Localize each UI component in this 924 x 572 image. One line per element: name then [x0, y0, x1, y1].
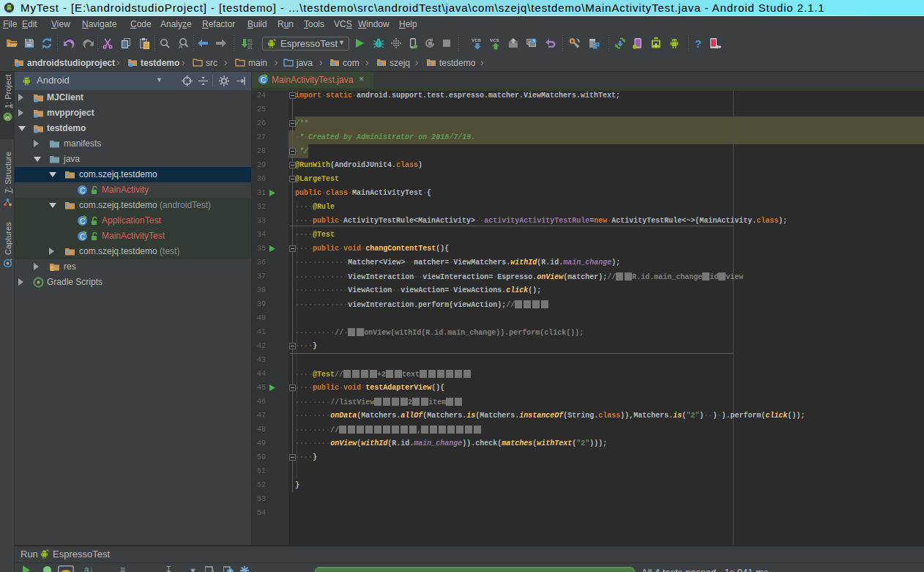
svg-text:VCS: VCS — [472, 37, 481, 42]
svg-text:C: C — [80, 187, 85, 195]
svg-text:01: 01 — [247, 46, 252, 50]
svg-text:VCS: VCS — [490, 37, 499, 42]
svg-text:?: ? — [695, 37, 701, 49]
svg-text:A: A — [179, 43, 183, 49]
